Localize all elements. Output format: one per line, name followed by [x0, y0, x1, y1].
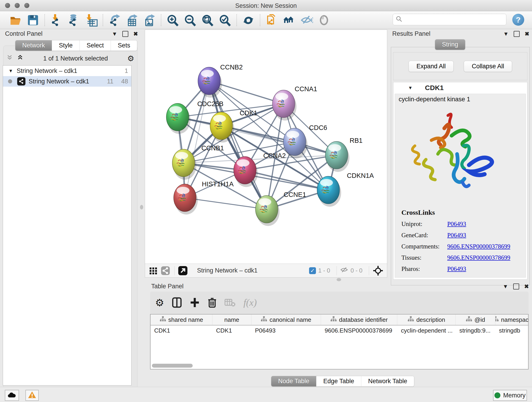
expand-all-networks-icon[interactable]	[17, 54, 24, 63]
node-attribute-icon	[330, 316, 337, 324]
node-RB1[interactable]	[325, 141, 349, 172]
search-input[interactable]	[403, 16, 503, 23]
selected-checkbox-icon[interactable]: ✓	[309, 267, 316, 274]
table-panel-close-icon[interactable]: ✖	[524, 284, 529, 289]
control-panel-menu-icon[interactable]: ▼	[112, 31, 117, 37]
column-header-name[interactable]: name	[212, 314, 251, 325]
crosslink-label: GeneCard:	[401, 232, 447, 239]
warnings-button[interactable]	[25, 390, 39, 401]
column-label: name	[224, 316, 239, 323]
column-header-description[interactable]: description	[397, 314, 456, 325]
save-session-icon[interactable]	[27, 14, 39, 27]
crosslink-link[interactable]: 9606.ENSP00000378699	[447, 254, 510, 261]
node-CDC25B[interactable]	[166, 103, 190, 134]
crosslink-link[interactable]: P06493	[447, 220, 466, 228]
column-header-shared-name[interactable]: shared name	[151, 314, 212, 325]
new-network-from-selection-icon[interactable]	[265, 14, 278, 27]
network-row[interactable]: String Network – cdk1 11 48	[3, 76, 131, 87]
table-horizontal-scrollbar[interactable]	[152, 364, 193, 368]
delete-column-trash-icon[interactable]	[208, 297, 217, 308]
tab-sets[interactable]: Sets	[111, 40, 137, 51]
results-panel-float-icon[interactable]	[514, 31, 520, 37]
crosslink-link[interactable]: P06493	[447, 265, 466, 273]
gene-collapse-icon[interactable]: ▼	[408, 85, 413, 90]
collection-collapse-icon[interactable]: ▼	[8, 68, 13, 74]
tab-style[interactable]: Style	[52, 40, 80, 51]
node-CDKN1A[interactable]	[317, 176, 341, 207]
create-column-plus-icon[interactable]	[190, 297, 200, 308]
tab-string[interactable]: String	[435, 39, 465, 50]
zoom-fit-content-icon[interactable]	[201, 14, 214, 27]
node-CCNB2[interactable]	[198, 67, 222, 98]
tab-network[interactable]: Network	[15, 40, 52, 51]
results-panel-title: Results Panel	[392, 30, 431, 37]
results-panel-close-icon[interactable]: ✖	[525, 31, 529, 37]
node-HIST1H1A[interactable]	[174, 184, 198, 215]
control-panel: Control Panel ▼ ✖ NetworkStyleSelectSets…	[0, 29, 140, 387]
export-table-icon[interactable]	[126, 14, 138, 27]
tab-edge-table[interactable]: Edge Table	[317, 376, 361, 386]
detach-view-icon[interactable]	[178, 266, 188, 276]
open-session-icon[interactable]	[9, 14, 22, 27]
zoom-out-icon[interactable]	[184, 14, 196, 27]
column-header-@id[interactable]: @id	[456, 314, 495, 325]
tab-network-table[interactable]: Network Table	[361, 376, 414, 386]
first-neighbors-of-selected-icon[interactable]	[283, 14, 296, 27]
table-settings-gear-icon[interactable]: ⚙	[155, 297, 164, 308]
column-header-canonical-name[interactable]: canonical name	[251, 314, 321, 325]
network-collection-row[interactable]: ▼ String Network – cdk1 1	[3, 65, 131, 76]
zoom-in-icon[interactable]	[166, 14, 179, 27]
node-CDC6[interactable]	[283, 128, 307, 159]
help-button[interactable]: ?	[512, 14, 524, 26]
column-label: shared name	[168, 316, 203, 323]
table-panel-float-icon[interactable]	[513, 283, 519, 289]
edge-CCNA1-CDC25B[interactable]	[177, 104, 284, 117]
fit-selected-crosshair-icon[interactable]	[373, 265, 383, 276]
collapse-all-networks-icon[interactable]	[6, 54, 13, 63]
control-panel-float-icon[interactable]	[122, 31, 128, 37]
table-row[interactable]: CDK1CDK1P064939606.ENSP00000378699cyclin…	[151, 325, 528, 336]
hide-selected-icon[interactable]	[300, 14, 313, 27]
show-all-nodes-edges-icon[interactable]	[317, 14, 330, 27]
protein-structure-image	[408, 110, 499, 200]
control-panel-tabs: NetworkStyleSelectSets	[15, 40, 137, 51]
tab-select[interactable]: Select	[80, 40, 111, 51]
zoom-selected-region-icon[interactable]	[219, 14, 231, 27]
crosslink-link[interactable]: 9606.ENSP00000378699	[447, 243, 510, 250]
network-view-toolbar: String Network – cdk1 ✓ 1 - 0 0 - 0	[145, 264, 387, 277]
network-canvas[interactable]: CCNB2CCNA1CDC25BCDK1CDC6RB1CCNB1CCNA2CDK…	[145, 30, 387, 264]
node-label-CCNB2: CCNB2	[220, 64, 243, 71]
grid-view-icon[interactable]	[149, 266, 158, 275]
node-CCNA2[interactable]	[234, 157, 258, 187]
node-CDK1[interactable]	[210, 112, 234, 143]
show-columns-icon[interactable]	[172, 297, 182, 308]
import-table-from-file-icon[interactable]	[85, 14, 98, 27]
memory-button[interactable]: Memory	[493, 390, 527, 401]
network-options-gear-icon[interactable]: ⚙	[127, 54, 134, 63]
import-network-from-file-icon[interactable]	[50, 14, 63, 27]
export-image-icon[interactable]	[143, 14, 156, 27]
crosslink-label: Uniprot:	[401, 220, 447, 228]
tab-node-table[interactable]: Node Table	[271, 376, 317, 386]
search-field[interactable]	[393, 14, 506, 25]
crosslink-link[interactable]: P06493	[447, 232, 466, 239]
expand-all-button[interactable]: Expand All	[409, 61, 454, 72]
table-panel-menu-icon[interactable]: ▼	[503, 284, 508, 289]
apply-preferred-layout-icon[interactable]	[242, 14, 255, 27]
collapse-all-button[interactable]: Collapse All	[464, 61, 512, 72]
column-header-namespace[interactable]: namespace	[495, 314, 529, 325]
gene-symbol: CDK1	[425, 84, 444, 92]
import-network-from-database-icon[interactable]	[67, 14, 80, 27]
network-table-splitter-grip[interactable]	[336, 278, 341, 281]
status-bar: Memory	[0, 387, 532, 402]
control-network-splitter-grip[interactable]	[140, 205, 143, 210]
results-panel-menu-icon[interactable]: ▼	[503, 31, 509, 37]
node-label-CDC6: CDC6	[309, 124, 327, 131]
control-panel-title: Control Panel	[5, 30, 43, 37]
control-panel-close-icon[interactable]: ✖	[133, 31, 138, 37]
node-CCNE1[interactable]	[255, 196, 279, 226]
column-header-database-identifier[interactable]: database identifier	[321, 314, 397, 325]
network-birds-eye-icon[interactable]	[161, 266, 170, 275]
export-network-icon[interactable]	[108, 14, 121, 27]
cloud-status-button[interactable]	[5, 390, 19, 401]
